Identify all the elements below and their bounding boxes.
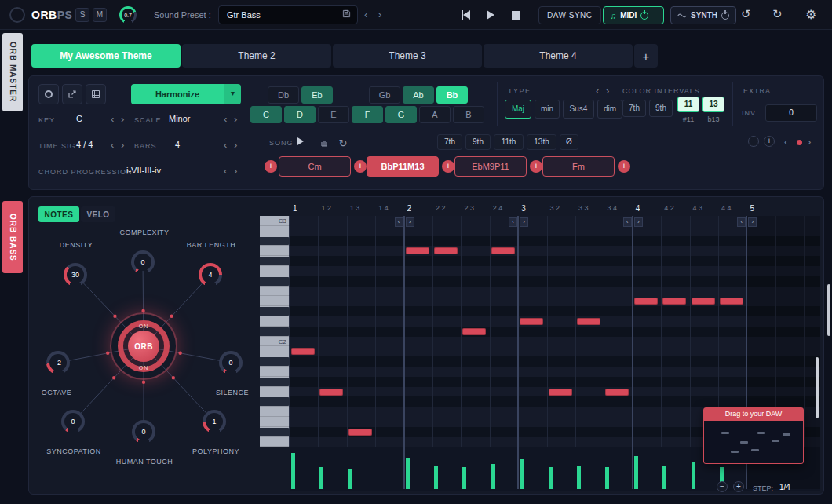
- piano-key[interactable]: [260, 407, 290, 417]
- song-interval-9th[interactable]: 9th: [465, 134, 491, 150]
- note-button-C[interactable]: C: [250, 106, 282, 123]
- velocity-bar[interactable]: [577, 466, 581, 489]
- bar-collapse-left[interactable]: ‹: [623, 217, 632, 227]
- black-key[interactable]: [260, 378, 290, 386]
- velocity-bar[interactable]: [662, 466, 666, 489]
- song-interval-Ø[interactable]: Ø: [560, 134, 578, 150]
- drag-to-daw[interactable]: Drag to your DAW: [703, 407, 804, 464]
- midi-note[interactable]: [720, 298, 743, 305]
- interval-7th-button[interactable]: 7th: [622, 100, 646, 117]
- bar-collapse-right[interactable]: ›: [520, 217, 528, 227]
- chord-type-dim[interactable]: dim: [597, 100, 622, 119]
- black-key[interactable]: [260, 428, 290, 436]
- midi-note[interactable]: [434, 247, 458, 254]
- piano-key[interactable]: [260, 287, 290, 297]
- scale-next[interactable]: ›: [234, 114, 237, 124]
- midi-toggle[interactable]: ♫MIDI: [603, 6, 664, 24]
- bars-next[interactable]: ›: [234, 140, 237, 150]
- midi-note[interactable]: [605, 389, 629, 396]
- song-zoom-in-button[interactable]: +: [764, 136, 775, 147]
- piano-key[interactable]: [260, 236, 290, 247]
- type-prev[interactable]: ‹: [596, 86, 599, 96]
- black-key[interactable]: [260, 357, 290, 366]
- save-preset-icon[interactable]: [342, 9, 351, 20]
- song-interval-13th[interactable]: 13th: [527, 134, 556, 150]
- piano-key[interactable]: [260, 306, 290, 316]
- note-button-Eb[interactable]: Eb: [301, 86, 333, 104]
- piano-key[interactable]: [260, 387, 290, 397]
- type-next[interactable]: ›: [606, 86, 609, 96]
- inversion-value[interactable]: 0: [765, 104, 817, 122]
- export-midi-button[interactable]: [62, 84, 82, 104]
- hand-tool-button[interactable]: [316, 135, 332, 151]
- bar-collapse-left[interactable]: ‹: [509, 217, 517, 227]
- add-theme-button[interactable]: +: [634, 44, 658, 68]
- piano-key[interactable]: [260, 296, 290, 306]
- bar-collapse-left[interactable]: ‹: [395, 217, 403, 227]
- orb-button[interactable]: ORB: [128, 331, 159, 362]
- timesig-next[interactable]: ›: [121, 140, 124, 150]
- black-key[interactable]: [260, 307, 290, 316]
- piano-key[interactable]: [260, 356, 290, 367]
- loop-button[interactable]: ↻: [335, 135, 351, 151]
- daw-sync-button[interactable]: DAW SYNC: [538, 6, 601, 24]
- bar-collapse-right[interactable]: ›: [406, 217, 414, 227]
- chord-slot[interactable]: EbM9P11: [454, 156, 527, 177]
- black-key[interactable]: [260, 237, 290, 246]
- note-button-B[interactable]: B: [453, 106, 484, 123]
- piano-key[interactable]: [260, 377, 290, 387]
- add-chord-button[interactable]: +: [618, 160, 630, 173]
- note-button-G[interactable]: G: [385, 106, 417, 123]
- velocity-bar[interactable]: [434, 466, 438, 489]
- harmonize-button[interactable]: Harmonize: [131, 84, 224, 104]
- redo-button[interactable]: ↻: [772, 7, 783, 21]
- black-key[interactable]: [260, 397, 290, 406]
- piano-key[interactable]: [260, 276, 290, 287]
- midi-note[interactable]: [319, 389, 343, 396]
- note-button-Ab[interactable]: Ab: [403, 86, 434, 104]
- note-button-Db[interactable]: Db: [268, 86, 299, 104]
- piano-key[interactable]: [260, 437, 290, 447]
- piano-key[interactable]: [260, 266, 290, 276]
- chord-slot[interactable]: Cm: [279, 156, 351, 177]
- master-volume-knob[interactable]: 0.7: [119, 6, 137, 24]
- chord-type-Maj[interactable]: Maj: [505, 100, 531, 119]
- note-button-F[interactable]: F: [352, 106, 383, 123]
- window-scrollbar[interactable]: [827, 284, 830, 336]
- key-next[interactable]: ›: [121, 114, 124, 124]
- harmonize-dropdown[interactable]: ▾: [224, 84, 241, 104]
- step-zoom-in-button[interactable]: +: [733, 481, 744, 492]
- velocity-bar[interactable]: [491, 464, 495, 489]
- velocity-bar[interactable]: [291, 453, 295, 489]
- midi-note[interactable]: [692, 298, 715, 305]
- velocity-bar[interactable]: [605, 467, 609, 489]
- piano-key[interactable]: [260, 327, 290, 337]
- midi-note[interactable]: [520, 318, 543, 325]
- velocity-bar[interactable]: [692, 462, 695, 489]
- synth-toggle[interactable]: SYNTH: [670, 6, 736, 24]
- theme-tab[interactable]: Theme 2: [182, 44, 331, 68]
- piano-key[interactable]: [260, 427, 290, 437]
- midi-note[interactable]: [291, 348, 315, 355]
- note-button-D[interactable]: D: [284, 106, 316, 123]
- piano-key[interactable]: [260, 367, 290, 377]
- black-key[interactable]: [260, 327, 290, 336]
- add-chord-button[interactable]: +: [530, 160, 542, 173]
- midi-note[interactable]: [348, 429, 372, 436]
- velocity-bar[interactable]: [549, 467, 553, 489]
- interval-9th-button[interactable]: 9th: [649, 100, 673, 117]
- chord-slot[interactable]: Fm: [542, 156, 615, 177]
- preset-prev-button[interactable]: ‹: [364, 9, 367, 20]
- velocity-bar[interactable]: [462, 467, 466, 489]
- tab-notes[interactable]: NOTES: [38, 206, 79, 222]
- velocity-bar[interactable]: [406, 458, 410, 489]
- add-chord-button[interactable]: +: [442, 160, 454, 173]
- chord-type-Sus4[interactable]: Sus4: [563, 100, 594, 119]
- preset-next-button[interactable]: ›: [378, 9, 381, 20]
- note-button-E[interactable]: E: [318, 106, 349, 123]
- theme-tab[interactable]: Theme 3: [333, 44, 482, 68]
- note-button-Bb[interactable]: Bb: [436, 86, 468, 104]
- tab-velo[interactable]: VELO: [81, 206, 115, 222]
- song-interval-7th[interactable]: 7th: [437, 134, 462, 150]
- page-next-button[interactable]: ›: [808, 137, 811, 147]
